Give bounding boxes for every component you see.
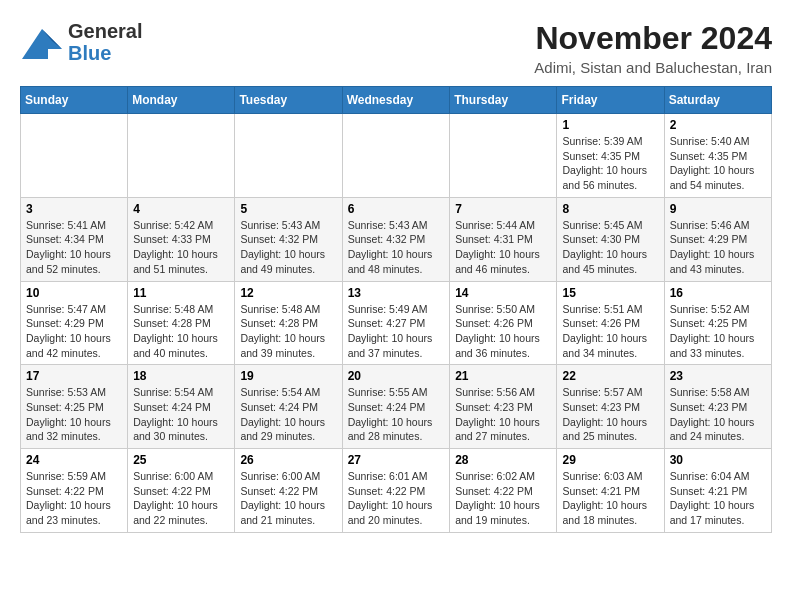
logo-line2: Blue [68, 42, 111, 64]
day-info: Sunrise: 5:45 AM Sunset: 4:30 PM Dayligh… [562, 218, 658, 277]
page-header: General Blue November 2024 Adimi, Sistan… [20, 20, 772, 76]
calendar-cell: 11Sunrise: 5:48 AM Sunset: 4:28 PM Dayli… [128, 281, 235, 365]
day-info: Sunrise: 6:03 AM Sunset: 4:21 PM Dayligh… [562, 469, 658, 528]
calendar-cell: 23Sunrise: 5:58 AM Sunset: 4:23 PM Dayli… [664, 365, 771, 449]
day-info: Sunrise: 5:54 AM Sunset: 4:24 PM Dayligh… [240, 385, 336, 444]
day-number: 8 [562, 202, 658, 216]
calendar-week-row: 10Sunrise: 5:47 AM Sunset: 4:29 PM Dayli… [21, 281, 772, 365]
calendar-cell: 12Sunrise: 5:48 AM Sunset: 4:28 PM Dayli… [235, 281, 342, 365]
day-number: 11 [133, 286, 229, 300]
day-info: Sunrise: 5:39 AM Sunset: 4:35 PM Dayligh… [562, 134, 658, 193]
calendar-table: SundayMondayTuesdayWednesdayThursdayFrid… [20, 86, 772, 533]
day-info: Sunrise: 6:04 AM Sunset: 4:21 PM Dayligh… [670, 469, 766, 528]
day-number: 7 [455, 202, 551, 216]
calendar-day-header: Sunday [21, 87, 128, 114]
day-number: 19 [240, 369, 336, 383]
day-number: 6 [348, 202, 445, 216]
calendar-month-year: November 2024 [534, 20, 772, 57]
day-number: 20 [348, 369, 445, 383]
calendar-cell: 19Sunrise: 5:54 AM Sunset: 4:24 PM Dayli… [235, 365, 342, 449]
day-number: 25 [133, 453, 229, 467]
day-number: 2 [670, 118, 766, 132]
day-number: 4 [133, 202, 229, 216]
calendar-body: 1Sunrise: 5:39 AM Sunset: 4:35 PM Daylig… [21, 114, 772, 533]
day-number: 24 [26, 453, 122, 467]
calendar-cell: 10Sunrise: 5:47 AM Sunset: 4:29 PM Dayli… [21, 281, 128, 365]
calendar-cell: 30Sunrise: 6:04 AM Sunset: 4:21 PM Dayli… [664, 449, 771, 533]
day-info: Sunrise: 5:48 AM Sunset: 4:28 PM Dayligh… [240, 302, 336, 361]
calendar-cell: 7Sunrise: 5:44 AM Sunset: 4:31 PM Daylig… [450, 197, 557, 281]
calendar-cell: 9Sunrise: 5:46 AM Sunset: 4:29 PM Daylig… [664, 197, 771, 281]
calendar-cell: 3Sunrise: 5:41 AM Sunset: 4:34 PM Daylig… [21, 197, 128, 281]
day-info: Sunrise: 5:41 AM Sunset: 4:34 PM Dayligh… [26, 218, 122, 277]
day-info: Sunrise: 5:58 AM Sunset: 4:23 PM Dayligh… [670, 385, 766, 444]
calendar-day-header: Wednesday [342, 87, 450, 114]
calendar-day-header: Tuesday [235, 87, 342, 114]
day-info: Sunrise: 5:46 AM Sunset: 4:29 PM Dayligh… [670, 218, 766, 277]
day-info: Sunrise: 5:42 AM Sunset: 4:33 PM Dayligh… [133, 218, 229, 277]
calendar-cell: 5Sunrise: 5:43 AM Sunset: 4:32 PM Daylig… [235, 197, 342, 281]
day-number: 1 [562, 118, 658, 132]
day-info: Sunrise: 5:59 AM Sunset: 4:22 PM Dayligh… [26, 469, 122, 528]
calendar-cell: 26Sunrise: 6:00 AM Sunset: 4:22 PM Dayli… [235, 449, 342, 533]
day-number: 27 [348, 453, 445, 467]
calendar-cell: 24Sunrise: 5:59 AM Sunset: 4:22 PM Dayli… [21, 449, 128, 533]
calendar-cell: 15Sunrise: 5:51 AM Sunset: 4:26 PM Dayli… [557, 281, 664, 365]
day-number: 16 [670, 286, 766, 300]
calendar-cell: 6Sunrise: 5:43 AM Sunset: 4:32 PM Daylig… [342, 197, 450, 281]
calendar-day-header: Monday [128, 87, 235, 114]
day-info: Sunrise: 6:02 AM Sunset: 4:22 PM Dayligh… [455, 469, 551, 528]
day-info: Sunrise: 5:52 AM Sunset: 4:25 PM Dayligh… [670, 302, 766, 361]
day-info: Sunrise: 5:54 AM Sunset: 4:24 PM Dayligh… [133, 385, 229, 444]
calendar-location: Adimi, Sistan and Baluchestan, Iran [534, 59, 772, 76]
day-number: 29 [562, 453, 658, 467]
day-number: 18 [133, 369, 229, 383]
calendar-cell: 2Sunrise: 5:40 AM Sunset: 4:35 PM Daylig… [664, 114, 771, 198]
calendar-cell: 27Sunrise: 6:01 AM Sunset: 4:22 PM Dayli… [342, 449, 450, 533]
day-number: 17 [26, 369, 122, 383]
calendar-cell: 18Sunrise: 5:54 AM Sunset: 4:24 PM Dayli… [128, 365, 235, 449]
day-number: 12 [240, 286, 336, 300]
calendar-cell: 4Sunrise: 5:42 AM Sunset: 4:33 PM Daylig… [128, 197, 235, 281]
calendar-cell [342, 114, 450, 198]
calendar-week-row: 17Sunrise: 5:53 AM Sunset: 4:25 PM Dayli… [21, 365, 772, 449]
calendar-header: SundayMondayTuesdayWednesdayThursdayFrid… [21, 87, 772, 114]
day-info: Sunrise: 5:57 AM Sunset: 4:23 PM Dayligh… [562, 385, 658, 444]
calendar-cell: 8Sunrise: 5:45 AM Sunset: 4:30 PM Daylig… [557, 197, 664, 281]
calendar-day-header: Saturday [664, 87, 771, 114]
day-number: 30 [670, 453, 766, 467]
day-info: Sunrise: 5:50 AM Sunset: 4:26 PM Dayligh… [455, 302, 551, 361]
day-number: 21 [455, 369, 551, 383]
calendar-cell [21, 114, 128, 198]
calendar-cell: 13Sunrise: 5:49 AM Sunset: 4:27 PM Dayli… [342, 281, 450, 365]
calendar-cell [235, 114, 342, 198]
calendar-cell: 25Sunrise: 6:00 AM Sunset: 4:22 PM Dayli… [128, 449, 235, 533]
logo-text-block: General Blue [68, 20, 142, 64]
calendar-cell: 21Sunrise: 5:56 AM Sunset: 4:23 PM Dayli… [450, 365, 557, 449]
day-number: 26 [240, 453, 336, 467]
calendar-week-row: 1Sunrise: 5:39 AM Sunset: 4:35 PM Daylig… [21, 114, 772, 198]
logo: General Blue [20, 20, 142, 64]
day-number: 28 [455, 453, 551, 467]
day-number: 13 [348, 286, 445, 300]
day-number: 10 [26, 286, 122, 300]
day-info: Sunrise: 6:01 AM Sunset: 4:22 PM Dayligh… [348, 469, 445, 528]
calendar-cell: 20Sunrise: 5:55 AM Sunset: 4:24 PM Dayli… [342, 365, 450, 449]
day-number: 23 [670, 369, 766, 383]
day-info: Sunrise: 5:43 AM Sunset: 4:32 PM Dayligh… [348, 218, 445, 277]
day-info: Sunrise: 5:44 AM Sunset: 4:31 PM Dayligh… [455, 218, 551, 277]
calendar-cell: 29Sunrise: 6:03 AM Sunset: 4:21 PM Dayli… [557, 449, 664, 533]
day-number: 22 [562, 369, 658, 383]
calendar-week-row: 24Sunrise: 5:59 AM Sunset: 4:22 PM Dayli… [21, 449, 772, 533]
calendar-cell: 17Sunrise: 5:53 AM Sunset: 4:25 PM Dayli… [21, 365, 128, 449]
day-number: 14 [455, 286, 551, 300]
calendar-cell: 14Sunrise: 5:50 AM Sunset: 4:26 PM Dayli… [450, 281, 557, 365]
calendar-cell: 22Sunrise: 5:57 AM Sunset: 4:23 PM Dayli… [557, 365, 664, 449]
day-number: 9 [670, 202, 766, 216]
calendar-day-header: Thursday [450, 87, 557, 114]
calendar-cell: 1Sunrise: 5:39 AM Sunset: 4:35 PM Daylig… [557, 114, 664, 198]
day-info: Sunrise: 5:56 AM Sunset: 4:23 PM Dayligh… [455, 385, 551, 444]
logo-line1: General [68, 20, 142, 42]
day-info: Sunrise: 5:43 AM Sunset: 4:32 PM Dayligh… [240, 218, 336, 277]
day-info: Sunrise: 5:49 AM Sunset: 4:27 PM Dayligh… [348, 302, 445, 361]
